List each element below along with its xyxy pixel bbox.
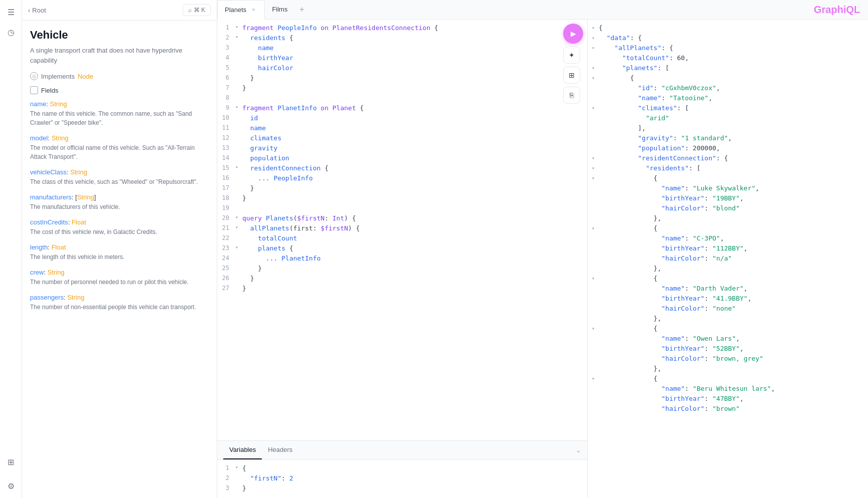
result-line-17: "name": "Luke Skywalker", [588, 184, 868, 194]
result-line-13: "population": 200000, [588, 144, 868, 154]
result-line-19: "hairColor": "blond" [588, 204, 868, 214]
var-fold-1[interactable]: ▾ [235, 464, 242, 470]
breadcrumb-label[interactable]: Root [32, 7, 46, 14]
tab-planets[interactable]: Planets × [217, 0, 265, 20]
document-icon[interactable]: ☰ [3, 4, 19, 20]
field-passengers-desc: The number of non-essential people this … [30, 303, 209, 312]
search-button[interactable]: ⌕ ⌘ K [183, 4, 211, 16]
result-line-5: ▾ "planets": [ [588, 64, 868, 74]
code-line-20: 20 ▾ query Planets($firstN: Int) { [217, 214, 587, 224]
icon-rail: ☰ ◷ ⊞ ⚙ [0, 0, 22, 498]
field-crew-name[interactable]: crew [30, 269, 44, 276]
fold-arrow-23[interactable]: ▾ [235, 244, 242, 250]
result-line-25: }, [588, 264, 868, 274]
history-icon[interactable]: ◷ [3, 24, 19, 40]
field-passengers-item: passengers: String The number of non-ess… [30, 294, 209, 312]
code-line-6: 6 } [217, 74, 587, 84]
code-line-25: 25 } [217, 264, 587, 274]
code-line-15: 15 ▾ residentConnection { [217, 164, 587, 174]
fold-arrow-1[interactable]: ▾ [235, 24, 242, 30]
field-model-name[interactable]: model [30, 134, 48, 142]
code-line-22: 22 totalCount [217, 234, 587, 244]
fields-label: Fields [41, 87, 59, 94]
code-line-9: 9 ▾ fragment PlanetInfo on Planet { [217, 104, 587, 114]
field-costincredits-name[interactable]: costInCredits [30, 218, 68, 226]
variables-tabs-bar: Variables Headers ⌄ [217, 441, 587, 460]
code-line-18: 18 } [217, 194, 587, 204]
field-length-name[interactable]: length [30, 243, 48, 251]
tab-films[interactable]: Films [265, 1, 294, 19]
breadcrumb-arrow: ‹ [28, 7, 30, 14]
editor-pane: 1 ▾ fragment PeopleInfo on PlanetResiden… [217, 20, 588, 498]
run-button[interactable]: ▶ [563, 24, 583, 44]
fold-arrow-21[interactable]: ▾ [235, 224, 242, 230]
result-line-27: "name": "Darth Vader", [588, 284, 868, 294]
tab-add-button[interactable]: + [294, 1, 309, 18]
field-manufacturers-name[interactable]: manufacturers [30, 193, 72, 201]
field-name-item: name: String The name of this vehicle. T… [30, 100, 209, 127]
breadcrumb: ‹ Root [28, 7, 46, 14]
code-editor[interactable]: 1 ▾ fragment PeopleInfo on PlanetResiden… [217, 20, 587, 440]
result-line-30: }, [588, 314, 868, 324]
code-line-2: 2 ▾ residents { [217, 34, 587, 44]
code-line-12: 12 climates [217, 134, 587, 144]
field-length-desc: The length of this vehicle in meters. [30, 253, 209, 262]
implements-link[interactable]: Node [78, 73, 93, 80]
settings-icon[interactable]: ⚙ [3, 478, 19, 494]
code-line-14: 14 population [217, 154, 587, 164]
fields-header: Fields [30, 86, 209, 94]
field-name-name[interactable]: name [30, 100, 47, 108]
result-line-33: "birthYear": "52BBY", [588, 344, 868, 354]
field-passengers-name[interactable]: passengers [30, 294, 64, 301]
fold-arrow-20[interactable]: ▾ [235, 214, 242, 220]
result-line-10: "arid" [588, 114, 868, 124]
fold-arrow-9[interactable]: ▾ [235, 104, 242, 110]
field-vehicleclass-item: vehicleClass: String The class of this v… [30, 168, 209, 186]
result-line-12: "gravity": "1 standard", [588, 134, 868, 144]
code-line-24: 24 ... PlanetInfo [217, 254, 587, 264]
result-line-11: ], [588, 124, 868, 134]
sidebar-top-bar: ‹ Root ⌕ ⌘ K [22, 0, 217, 21]
sidebar: ‹ Root ⌕ ⌘ K Vehicle A single transport … [22, 0, 217, 498]
code-line-8: 8 [217, 94, 587, 104]
variables-panel: Variables Headers ⌄ 1 ▾ { 2 "firstN": 2 [217, 440, 587, 498]
field-model-item: model: String The model or official name… [30, 134, 209, 161]
result-line-14: ▾ "residentConnection": { [588, 154, 868, 164]
type-title: Vehicle [30, 29, 209, 42]
variables-content: 1 ▾ { 2 "firstN": 2 3 } [217, 460, 587, 498]
editor-toolbar: ▶ ✦ ⊞ ⎘ [563, 24, 583, 104]
tab-planets-close[interactable]: × [249, 6, 257, 14]
tab-variables[interactable]: Variables [223, 441, 262, 459]
copy-button[interactable]: ⊞ [563, 67, 580, 84]
tabs-bar: Planets × Films + GraphiQL [217, 0, 868, 20]
code-line-17: 17 } [217, 184, 587, 194]
type-description: A single transport craft that does not h… [30, 46, 209, 65]
copy-curl-button[interactable]: ⎘ [563, 87, 580, 104]
tab-headers[interactable]: Headers [262, 441, 298, 459]
code-line-1: 1 ▾ fragment PeopleInfo on PlanetResiden… [217, 24, 587, 34]
var-line-2: 2 "firstN": 2 [217, 474, 587, 484]
var-line-1: 1 ▾ { [217, 464, 587, 474]
result-line-20: }, [588, 214, 868, 224]
code-line-21: 21 ▾ allPlanets(first: $firstN) { [217, 224, 587, 234]
result-line-3: ▾ "allPlanets": { [588, 44, 868, 54]
field-model-desc: The model or official name of this vehic… [30, 143, 209, 161]
variables-collapse-button[interactable]: ⌄ [576, 446, 581, 454]
search-shortcut: ⌘ K [194, 7, 205, 14]
result-line-22: "name": "C-3PO", [588, 234, 868, 244]
result-line-21: ▾ { [588, 224, 868, 234]
result-line-36: ▾ { [588, 374, 868, 384]
fold-arrow-2[interactable]: ▾ [235, 34, 242, 40]
implements-icon: ⊙ [30, 72, 38, 80]
result-line-32: "name": "Owen Lars", [588, 334, 868, 344]
code-line-13: 13 gravity [217, 144, 587, 154]
code-line-3: 3 name [217, 44, 587, 54]
field-manufacturers-desc: The manufacturers of this vehicle. [30, 202, 209, 211]
code-line-26: 26 } [217, 274, 587, 284]
field-vehicleclass-name[interactable]: vehicleClass [30, 168, 67, 176]
prettify-button[interactable]: ✦ [563, 47, 580, 64]
plugin-icon[interactable]: ⊞ [3, 454, 19, 470]
result-line-35: }, [588, 364, 868, 374]
result-line-31: ▾ { [588, 324, 868, 334]
fold-arrow-15[interactable]: ▾ [235, 164, 242, 170]
